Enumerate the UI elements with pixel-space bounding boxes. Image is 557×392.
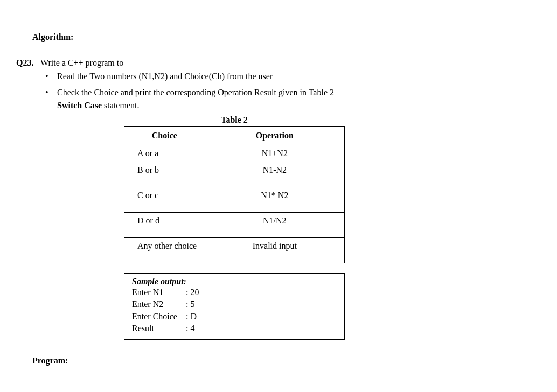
cell-choice: B or b <box>124 162 205 187</box>
bullet-item-2: Check the Choice and print the correspon… <box>42 86 535 112</box>
sample-value: : 20 <box>186 286 199 298</box>
cell-choice: A or a <box>124 145 205 162</box>
sample-line: Enter N1 : 20 <box>132 286 337 298</box>
sample-label: Enter N1 <box>132 286 186 298</box>
sample-label: Enter N2 <box>132 298 186 310</box>
cell-operation: N1+N2 <box>205 145 344 162</box>
cell-operation: N1/N2 <box>205 213 344 238</box>
sample-line: Enter N2 : 5 <box>132 298 337 310</box>
cell-choice: D or d <box>124 213 205 238</box>
header-choice: Choice <box>124 127 205 145</box>
sample-label: Result <box>132 323 186 334</box>
table-row: B or b N1-N2 <box>124 162 345 187</box>
bullet-item-1: Read the Two numbers (N1,N2) and Choice(… <box>42 70 535 83</box>
table-row: C or c N1* N2 <box>124 187 345 213</box>
table-row: Any other choice Invalid input <box>124 238 345 263</box>
sample-value: : 4 <box>186 323 194 334</box>
cell-choice: C or c <box>124 187 205 213</box>
question-number: Q23. <box>16 58 40 68</box>
sample-value: : 5 <box>186 298 194 310</box>
program-heading: Program: <box>32 356 535 366</box>
table-header-row: Choice Operation <box>124 127 345 145</box>
bullet-2-bold: Switch Case <box>57 101 102 110</box>
cell-operation: Invalid input <box>205 238 344 263</box>
bullet-2-text-1: Check the Choice and print the correspon… <box>57 88 334 97</box>
question-prompt: Write a C++ program to <box>40 58 535 68</box>
cell-operation: N1* N2 <box>205 187 344 213</box>
algorithm-heading: Algorithm: <box>32 32 535 42</box>
header-operation: Operation <box>205 127 344 145</box>
operation-table: Choice Operation A or a N1+N2 B or b N1-… <box>124 126 345 263</box>
table-caption: Table 2 <box>124 115 345 125</box>
sample-line: Result : 4 <box>132 323 337 334</box>
table-row: D or d N1/N2 <box>124 213 345 238</box>
sample-output-title: Sample output: <box>132 277 337 286</box>
table-row: A or a N1+N2 <box>124 145 345 162</box>
cell-operation: N1-N2 <box>205 162 344 187</box>
sample-value: : D <box>186 311 197 323</box>
bullet-2-text-2: statement. <box>102 101 139 110</box>
sample-output-box: Sample output: Enter N1 : 20 Enter N2 : … <box>124 273 345 340</box>
bullet-list: Read the Two numbers (N1,N2) and Choice(… <box>42 70 535 112</box>
sample-line: Enter Choice : D <box>132 311 337 323</box>
cell-choice: Any other choice <box>124 238 205 263</box>
question-row: Q23. Write a C++ program to <box>16 58 535 68</box>
sample-label: Enter Choice <box>132 311 186 323</box>
